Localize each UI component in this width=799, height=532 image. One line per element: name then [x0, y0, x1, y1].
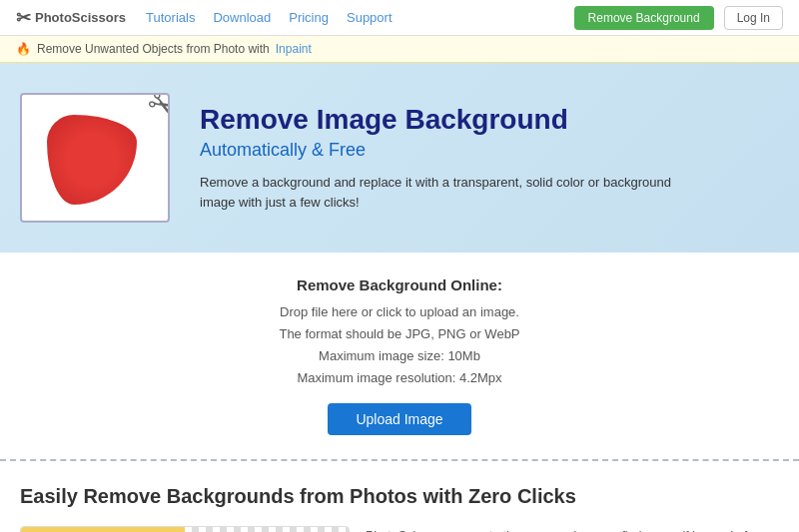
photo-result: Result	[185, 527, 349, 532]
features-section: Easily Remove Backgrounds from Photos wi…	[0, 461, 799, 532]
navbar: ✂ PhotoScissors Tutorials Download Prici…	[0, 0, 799, 36]
fire-icon: 🔥	[16, 42, 31, 56]
upload-section: Remove Background Online: Drop file here…	[0, 253, 799, 461]
photo-demo-inner: Original Result	[21, 527, 349, 532]
login-button[interactable]: Log In	[724, 6, 783, 30]
upload-image-button[interactable]: Upload Image	[328, 403, 470, 435]
hero-section: ✂ Remove Image Background Automatically …	[0, 63, 799, 253]
upload-line2: The format should be JPG, PNG or WebP	[20, 323, 779, 345]
hero-scissors-icon: ✂	[140, 93, 170, 132]
hero-title: Remove Image Background	[200, 104, 679, 136]
announcement-text: Remove Unwanted Objects from Photo with	[37, 42, 270, 56]
navbar-right: Remove Background Log In	[574, 6, 783, 30]
scissors-icon: ✂	[16, 7, 31, 29]
photo-original: Original	[21, 527, 185, 532]
hero-description: Remove a background and replace it with …	[200, 173, 679, 212]
upload-line3: Maximum image size: 10Mb	[20, 345, 779, 367]
features-content: Original Result ‹ › PhotoScissors comes …	[20, 526, 779, 532]
nav-links: Tutorials Download Pricing Support	[146, 10, 574, 25]
logo-text: PhotoScissors	[35, 10, 126, 25]
hero-content: Remove Image Background Automatically & …	[200, 104, 679, 212]
inpaint-link[interactable]: Inpaint	[276, 42, 312, 56]
upload-line1: Drop file here or click to upload an ima…	[20, 301, 779, 323]
hero-subtitle: Automatically & Free	[200, 140, 679, 161]
nav-support[interactable]: Support	[347, 10, 393, 25]
photo-demo: Original Result ‹ ›	[20, 526, 350, 532]
hero-image: ✂	[20, 93, 170, 223]
features-text: PhotoScissors comes to the rescue when y…	[366, 526, 779, 532]
upload-heading: Remove Background Online:	[20, 276, 779, 293]
nav-download[interactable]: Download	[213, 10, 271, 25]
announcement-bar: 🔥 Remove Unwanted Objects from Photo wit…	[0, 36, 799, 63]
nav-pricing[interactable]: Pricing	[289, 10, 329, 25]
upload-line4: Maximum image resolution: 4.2Mpx	[20, 367, 779, 389]
hero-image-area: ✂	[20, 93, 180, 223]
features-heading: Easily Remove Backgrounds from Photos wi…	[20, 485, 779, 508]
features-description: PhotoScissors comes to the rescue when y…	[366, 526, 779, 532]
remove-background-button[interactable]: Remove Background	[574, 6, 714, 30]
starfish-graphic	[47, 115, 137, 205]
logo[interactable]: ✂ PhotoScissors	[16, 7, 126, 29]
nav-tutorials[interactable]: Tutorials	[146, 10, 195, 25]
